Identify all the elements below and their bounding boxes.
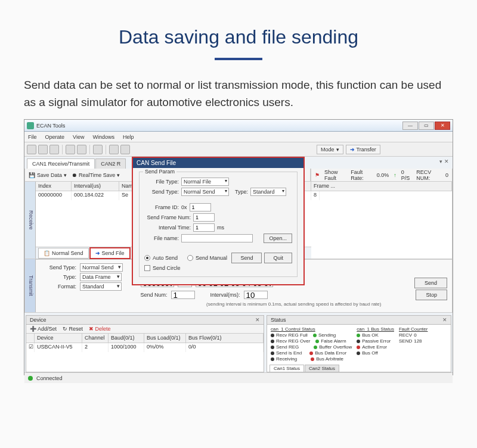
auto-send-radio[interactable]	[144, 255, 150, 261]
panel-close-icon[interactable]: ✕	[442, 317, 447, 323]
send-type-select[interactable]: Normal Send	[80, 263, 123, 272]
app-window: ECAN Tools — ▭ ✕ File Operate View Windo…	[24, 119, 453, 375]
pps: 0 P/S	[401, 169, 412, 181]
menubar: File Operate View Windows Help	[24, 132, 453, 142]
statusbar: Connected	[24, 372, 453, 383]
device-panel: Device✕ ➕ Add/Set ↻ Reset ✖ Delete Devic…	[26, 315, 264, 372]
menu-operate[interactable]: Operate	[45, 134, 65, 140]
toolbar: Mode ▾ ➜Transfer	[24, 142, 453, 157]
tab-can1[interactable]: CAN1 Receive/Transmit	[27, 158, 95, 169]
open-button[interactable]: Open...	[264, 234, 292, 243]
toolbar-icon[interactable]	[109, 145, 119, 154]
transmit-note: (sending interval is minimum 0.1ms, actu…	[141, 301, 447, 307]
send-button[interactable]: Send	[414, 278, 447, 288]
format-select[interactable]: Standard	[80, 282, 122, 291]
reset-button[interactable]: ↻ Reset	[63, 326, 83, 332]
toolbar-icon[interactable]	[93, 145, 103, 154]
add-set-button[interactable]: ➕ Add/Set	[30, 326, 57, 332]
col-interval: Interval(us)	[72, 182, 119, 191]
send-num-input[interactable]	[171, 291, 195, 299]
toolbar-icon[interactable]	[38, 145, 48, 154]
panel-close-icon[interactable]: ✕	[255, 317, 260, 323]
tab-can2[interactable]: CAN2 R	[95, 158, 126, 169]
status-panel: Status✕ can_1 Control Status Recv REG Fu…	[267, 315, 451, 372]
menu-windows[interactable]: Windows	[92, 134, 114, 140]
frame-id-input[interactable]	[190, 203, 211, 211]
tab-normal-send[interactable]: 📋 Normal Send	[38, 248, 89, 259]
toolbar-icon[interactable]	[66, 145, 75, 154]
interval-input[interactable]	[244, 291, 268, 299]
frame-type-select[interactable]: Standard	[250, 188, 286, 196]
connection-status: Connected	[36, 375, 63, 381]
tab-send-file[interactable]: ➜ Send File	[89, 247, 131, 259]
page-title: Data saving and file sending	[24, 26, 453, 48]
toolbar-icon[interactable]	[27, 145, 36, 154]
recv-label: RECV NUM:	[416, 169, 441, 181]
close-button[interactable]: ✕	[435, 122, 450, 130]
send-type-select[interactable]: Normal Send	[181, 188, 229, 196]
transmit-side-tab[interactable]: Transmit	[25, 259, 36, 312]
toolbar-icon[interactable]	[120, 145, 130, 154]
stop-button[interactable]: Stop	[416, 290, 447, 300]
type-select[interactable]: Data Frame	[80, 273, 122, 281]
dialog-title: CAN Send File	[133, 158, 303, 168]
connection-indicator-icon	[28, 376, 33, 381]
menu-file[interactable]: File	[28, 134, 37, 140]
fault-rate-label: Fault Rate:	[351, 169, 371, 181]
minimize-button[interactable]: —	[402, 122, 418, 130]
tab-can2-status[interactable]: Can2 Status	[305, 365, 339, 372]
app-icon	[27, 122, 34, 129]
col-index: Index	[36, 182, 72, 191]
interval-input[interactable]	[193, 223, 215, 232]
delete-button[interactable]: ✖ Delete	[89, 326, 111, 332]
recv-num: 0	[445, 172, 448, 178]
dialog-quit-button[interactable]: Quit	[264, 253, 292, 263]
send-frame-num-input[interactable]	[193, 213, 215, 222]
can-send-file-dialog: CAN Send File Send Param File Type:Norma…	[132, 157, 305, 285]
page-description: Send data can be set to normal or list t…	[24, 77, 453, 111]
titlebar: ECAN Tools — ▭ ✕	[24, 120, 453, 132]
fault-rate: 0.0%	[377, 172, 389, 178]
menu-help[interactable]: Help	[123, 134, 134, 140]
receive-side-tab[interactable]: Receive	[25, 182, 36, 259]
transfer-button[interactable]: ➜Transfer	[346, 145, 380, 154]
title-underline	[215, 58, 262, 60]
toolbar-icon[interactable]	[49, 145, 59, 154]
toolbar-icon[interactable]	[77, 145, 86, 154]
send-manual-radio[interactable]	[187, 255, 193, 261]
file-type-select[interactable]: Normal File	[181, 178, 229, 186]
maximize-button[interactable]: ▭	[419, 122, 434, 130]
mode-button[interactable]: Mode ▾	[317, 145, 343, 154]
tab-can1-status[interactable]: Can1 Status	[270, 365, 304, 372]
window-title: ECAN Tools	[36, 123, 65, 129]
menu-view[interactable]: View	[73, 134, 84, 140]
file-name-input[interactable]	[181, 234, 253, 242]
grid-row[interactable]: 8	[311, 191, 452, 200]
dialog-send-button[interactable]: Send	[231, 253, 262, 263]
save-data-button[interactable]: 💾 Save Data ▾	[29, 172, 67, 178]
device-row[interactable]: ☑ USBCAN-II-V5 2 1000/1000 0%/0% 0/0	[26, 343, 264, 352]
send-circle-checkbox[interactable]	[144, 265, 150, 271]
realtime-save-button[interactable]: ⏺ RealTime Save ▾	[72, 172, 120, 178]
show-fault-button[interactable]: Show Fault	[324, 169, 346, 181]
tabs-close-icon[interactable]: ▾ ✕	[439, 158, 449, 164]
fault-toolbar: ⚑ Show Fault Fault Rate:0.0% ↑ 0 P/S REC…	[311, 169, 453, 182]
col-frame: Frame ...	[311, 182, 452, 191]
